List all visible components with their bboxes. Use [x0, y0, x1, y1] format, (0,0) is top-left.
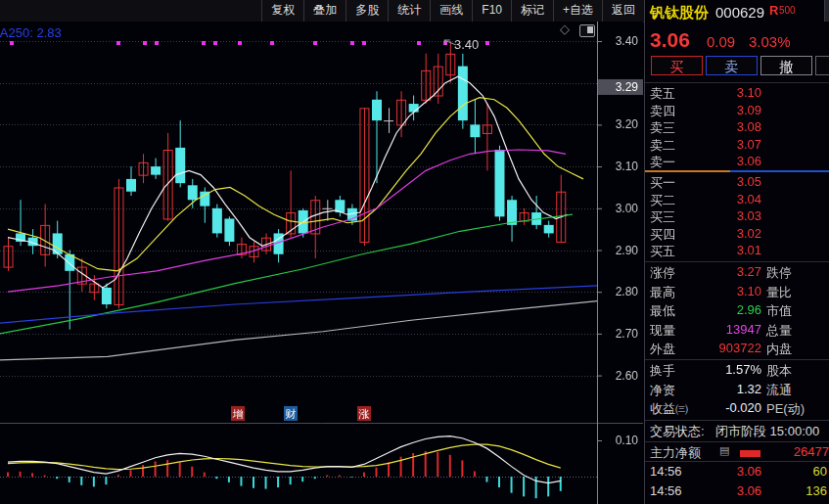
toolbar-button-diejia[interactable]: 叠加: [303, 0, 345, 22]
toolbar-button-back[interactable]: 返回: [602, 0, 644, 22]
ask2-price: 3.07: [645, 137, 761, 152]
toolbar-button-tongji[interactable]: 统计: [388, 0, 430, 22]
side-panel-toggle-icon[interactable]: [579, 24, 595, 37]
toolbar-button-f10[interactable]: F10: [472, 0, 511, 22]
clipped-fourth-button[interactable]: [815, 56, 829, 75]
index-500-tag: 500: [779, 5, 796, 16]
cancel-order-button[interactable]: 撤: [760, 56, 812, 75]
divider: [645, 359, 829, 360]
stock-name: 钒钛股份: [650, 4, 709, 23]
price-change: 0.09: [707, 33, 735, 50]
stock-code: 000629: [715, 4, 764, 21]
quote-panel: 钒钛股份 000629 R 500 3.06 0.09 3.03% 买 卖 撤 …: [644, 0, 829, 504]
session-status-label: 交易状态:: [650, 423, 705, 440]
divider: [645, 82, 829, 83]
ask-bid-divider: [645, 170, 829, 172]
toolbar-button-add-watchlist[interactable]: +自选: [553, 0, 602, 22]
price-row: 3.06 0.09 3.03%: [645, 26, 829, 54]
flow-legend-bar: [740, 450, 760, 457]
ask5-price: 3.10: [645, 85, 761, 100]
divider: [645, 441, 829, 442]
bid4-price: 3.02: [645, 226, 761, 241]
main-flow-label: 主力净额: [650, 444, 701, 462]
bid1-price: 3.05: [645, 174, 761, 189]
toolbar-button-fuquan[interactable]: 复权: [261, 0, 303, 22]
kline-chart-canvas[interactable]: [0, 22, 643, 504]
buy-button[interactable]: 买: [651, 56, 703, 75]
price-change-pct: 3.03%: [749, 33, 791, 50]
chart-toolbar: 复权 叠加 多股 统计 画线 F10 标记 +自选 返回: [0, 0, 644, 23]
ask4-price: 3.09: [645, 103, 761, 117]
ask1-price: 3.06: [645, 154, 761, 168]
bid2-price: 3.04: [645, 192, 761, 206]
last-price: 3.06: [650, 28, 690, 52]
drawing-diamond-icon[interactable]: ◇: [558, 23, 572, 36]
divider: [645, 261, 829, 262]
divider: [645, 420, 829, 421]
stock-header: 钒钛股份 000629 R 500: [645, 0, 829, 25]
toolbar-button-duogu[interactable]: 多股: [345, 0, 388, 22]
divider: [645, 461, 829, 462]
clipped-side-button: [824, 0, 829, 22]
bid3-price: 3.03: [645, 208, 761, 223]
toolbar-button-huaxian[interactable]: 画线: [430, 0, 472, 22]
margin-r-tag: R: [769, 3, 778, 18]
ask3-price: 3.08: [645, 119, 761, 134]
bid5-price: 3.01: [645, 243, 761, 257]
session-status-value: 闭市阶段 15:00:00: [715, 423, 819, 440]
trade-buttons-row: 买 卖 撤: [645, 56, 829, 77]
toolbar-button-biaoji[interactable]: 标记: [511, 0, 553, 22]
flow-list-icon[interactable]: ▤: [719, 444, 729, 457]
sell-button[interactable]: 卖: [706, 56, 758, 75]
main-flow-value: 26477: [794, 444, 829, 459]
trading-app-window: { "toolbar": { "buttons": ["复权","叠加","多股…: [0, 0, 829, 504]
